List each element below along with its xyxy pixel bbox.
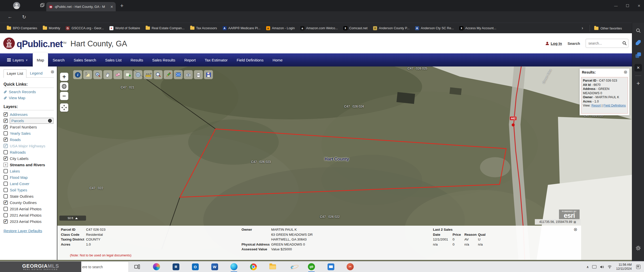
microsoft-store-icon[interactable]: ⊞: [172, 263, 180, 270]
browser-tab[interactable]: qPublic.net - Hart County, GA - M ✕: [46, 2, 116, 11]
nav-item[interactable]: Results: [126, 53, 148, 66]
layer-label[interactable]: Flood Map: [10, 175, 28, 180]
layer-row[interactable]: 2021 Aerial Photosi: [4, 212, 54, 218]
bookmark-item[interactable]: X Access My Account...: [457, 26, 499, 30]
display-tray-icon[interactable]: [592, 265, 596, 268]
bookmark-item[interactable]: a Amazon.com Welco...: [298, 26, 341, 30]
bookmark-item[interactable]: A Anderson Cty SC Re...: [412, 26, 457, 30]
layer-row[interactable]: ✓ USA Major Highwaysi: [4, 143, 54, 149]
layer-label[interactable]: County Outlines: [10, 200, 37, 205]
layer-row[interactable]: Soil Typesi: [4, 187, 54, 193]
results-close-icon[interactable]: ⊗: [624, 70, 627, 74]
add-selection-tool-button[interactable]: [123, 70, 133, 79]
sidebar-search-icon[interactable]: [634, 27, 642, 34]
layer-checkbox[interactable]: [4, 207, 8, 211]
volume-icon[interactable]: [600, 265, 604, 269]
bookmark-item[interactable]: A AARP® Medicare Pl...: [220, 26, 263, 30]
nav-item[interactable]: Search: [48, 53, 69, 66]
field-definitions-link[interactable]: Field Definitions: [603, 104, 626, 107]
info-icon[interactable]: i: [48, 119, 52, 123]
quickbooks-icon[interactable]: qb: [308, 263, 315, 270]
outlook-icon[interactable]: O: [191, 263, 199, 270]
layer-label[interactable]: Railroads: [10, 150, 26, 154]
back-icon[interactable]: ←: [8, 14, 12, 20]
save-tool-button[interactable]: [204, 70, 213, 79]
file-explorer-icon[interactable]: [269, 263, 276, 270]
bookmark-item[interactable]: A Anderson County P...: [370, 26, 412, 30]
layer-row[interactable]: 2018 Aerial Photosi: [4, 206, 54, 212]
window-close-button[interactable]: ✕: [637, 4, 640, 8]
zoom-search-tool-button[interactable]: [153, 70, 163, 79]
layer-label[interactable]: 2018 Aerial Photos: [10, 207, 42, 211]
draw-tool-button[interactable]: [164, 70, 173, 79]
sidebar-close-icon[interactable]: ✕: [634, 64, 642, 72]
identify-tool-button[interactable]: i: [73, 70, 82, 79]
internet-explorer-icon[interactable]: e: [288, 263, 296, 270]
layer-checkbox[interactable]: ✓: [4, 138, 8, 142]
layer-checkbox[interactable]: ✓: [4, 125, 8, 129]
pan-tool-button[interactable]: [103, 70, 112, 79]
select-tool-button[interactable]: [83, 70, 92, 79]
workspaces-icon[interactable]: [40, 3, 45, 8]
layer-checkbox[interactable]: ✓: [4, 219, 8, 224]
bookmark-item[interactable]: Tax Accessors: [187, 26, 220, 30]
google-earth-tool-button[interactable]: [133, 70, 143, 79]
layers-menu-button[interactable]: Layers ∨: [0, 58, 33, 62]
erase-tool-button[interactable]: [113, 70, 123, 79]
locate-button[interactable]: [60, 103, 68, 112]
report-link[interactable]: Report: [591, 104, 601, 107]
layer-label[interactable]: State Outlines: [10, 194, 33, 198]
nav-item[interactable]: Field Definitions: [232, 53, 268, 66]
action-center-icon[interactable]: [636, 265, 640, 269]
zoom-area-tool-button[interactable]: [93, 70, 102, 79]
nav-item[interactable]: Tax Estimator: [200, 53, 232, 66]
print-tool-button[interactable]: [194, 70, 203, 79]
shopping-tag-icon[interactable]: [634, 39, 642, 46]
expand-icon[interactable]: ⊞: [574, 220, 576, 224]
info-panel-close-icon[interactable]: ⊗: [574, 227, 577, 232]
layer-label[interactable]: Yearly Sales: [10, 131, 31, 135]
layer-row[interactable]: Railroadsi: [4, 149, 54, 155]
restore-defaults-link[interactable]: Restore Layer Defaults: [4, 229, 42, 233]
task-view-icon[interactable]: [133, 263, 141, 270]
zoom-in-button[interactable]: +: [60, 73, 68, 81]
word-icon[interactable]: W: [211, 263, 218, 270]
layer-row[interactable]: ✓ Roadsi: [4, 137, 54, 143]
layer-checkbox[interactable]: [4, 194, 8, 198]
wifi-icon[interactable]: [608, 265, 612, 268]
layer-checkbox[interactable]: ✓: [4, 119, 8, 123]
layer-checkbox[interactable]: [4, 182, 8, 186]
screenshot-tool-button[interactable]: [184, 70, 193, 79]
bookmark-item[interactable]: G GSCCCA.org - Geor...: [63, 26, 107, 30]
layer-row[interactable]: + Streams and Riversi: [4, 162, 54, 168]
layer-row[interactable]: ✓ Parcelsi: [4, 118, 54, 124]
layer-label[interactable]: Addresses: [10, 112, 28, 117]
layer-checkbox[interactable]: [4, 188, 8, 192]
tab-legend[interactable]: Legend: [27, 69, 45, 77]
tab-layer-list[interactable]: Layer List: [4, 69, 26, 78]
layer-row[interactable]: State Outlinesi: [4, 193, 54, 199]
copilot-icon[interactable]: [153, 263, 160, 270]
tab-close-icon[interactable]: ✕: [110, 5, 113, 9]
bookmarks-overflow-icon[interactable]: ›: [582, 25, 583, 31]
nav-item[interactable]: Sales Results: [148, 53, 180, 66]
bookmark-item[interactable]: ♥ World of Solitaire: [107, 26, 143, 30]
sidebar-add-icon[interactable]: +: [634, 80, 642, 87]
layer-label[interactable]: 2021 Aerial Photos: [10, 213, 42, 217]
map-viewport[interactable]: C47 026 025 C47 021 C47 026 024 C47 026 …: [57, 66, 632, 260]
layer-row[interactable]: ✓ Parcel Numbersi: [4, 124, 54, 130]
sidebar-settings-icon[interactable]: [634, 244, 642, 252]
result-card[interactable]: Parcel ID - C47 026 023Alt Id - 6670Addr…: [581, 77, 628, 114]
measure-tool-button[interactable]: ?: [143, 70, 153, 79]
layer-checkbox[interactable]: [4, 169, 8, 173]
clock[interactable]: 11:56 AM 12/11/2024: [616, 263, 632, 271]
quick-link[interactable]: View Map: [4, 96, 54, 100]
header-search-input[interactable]: [586, 39, 628, 48]
nav-item[interactable]: Sales Search: [69, 53, 101, 66]
layer-checkbox[interactable]: ✓: [4, 156, 8, 161]
panel-close-icon[interactable]: ⊗: [51, 70, 54, 74]
refresh-icon[interactable]: ↻: [22, 14, 26, 20]
layer-label[interactable]: USA Major Highways: [10, 144, 45, 148]
window-maximize-button[interactable]: [626, 4, 629, 7]
layer-label[interactable]: Roads: [10, 138, 21, 142]
